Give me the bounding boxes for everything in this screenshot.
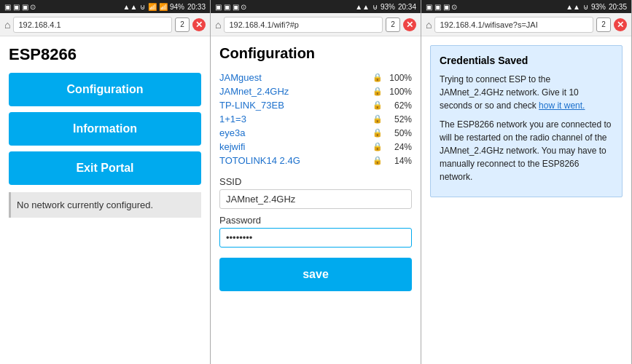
exit-portal-button[interactable]: Exit Portal: [9, 151, 201, 185]
wifi-item-0: JAMguest 🔒 100%: [219, 71, 412, 84]
wifi-link-3[interactable]: 1+1=3: [219, 114, 372, 124]
status-bar-right-3: ▲▲ ⊍ 93% 20:35: [566, 3, 627, 11]
panel1-title: ESP8266: [9, 45, 201, 64]
no-network-box: No network currently configured.: [9, 192, 201, 218]
status-bar-right-2: ▲▲ ⊍ 93% 20:34: [355, 3, 416, 11]
home-icon-2[interactable]: ⌂: [215, 19, 221, 31]
no-network-text: No network currently configured.: [17, 199, 153, 210]
battery-3: 93%: [591, 3, 606, 11]
password-input[interactable]: [219, 228, 412, 248]
lock-icon-6: 🔒: [372, 156, 383, 165]
wifi-signal-1: 100%: [386, 87, 412, 97]
save-button[interactable]: save: [219, 258, 412, 291]
close-btn-3[interactable]: ✕: [614, 18, 627, 31]
tab-count-3[interactable]: 2: [596, 17, 611, 32]
battery-1: 📶 📶 94%: [148, 3, 184, 11]
battery-2: 93%: [381, 3, 395, 11]
panel-credentials-saved: ▣ ▣ ▣ ⊙ ▲▲ ⊍ 93% 20:35 ⌂ 192.168.4.1/wif…: [421, 0, 632, 364]
wifi-link-6[interactable]: TOTOLINK14 2.4G: [219, 155, 372, 166]
wifi-icon-3: ⊍: [583, 3, 588, 11]
wifi-link-2[interactable]: TP-LINK_73EB: [219, 100, 372, 111]
wifi-item-5: kejwifi 🔒 24%: [219, 140, 412, 154]
time-1: 20:33: [187, 3, 206, 11]
status-bar-left-3: ▣ ▣ ▣ ⊙: [426, 3, 457, 11]
status-bar-1: ▣ ▣ ▣ ⊙ ▲▲ ⊍ 📶 📶 94% 20:33: [0, 0, 210, 13]
wifi-icon-2: ⊍: [372, 3, 378, 11]
close-btn-1[interactable]: ✕: [192, 18, 206, 31]
credentials-link[interactable]: how it went.: [539, 100, 585, 111]
time-2: 20:34: [398, 3, 416, 11]
lock-icon-2: 🔒: [372, 100, 383, 110]
status-icons-2: ▣ ▣ ▣ ⊙: [215, 3, 246, 11]
status-icons-1: ▣ ▣ ▣ ⊙: [4, 3, 36, 11]
password-label: Password: [219, 215, 412, 226]
wifi-link-0[interactable]: JAMguest: [219, 72, 372, 83]
ssid-input[interactable]: [219, 189, 412, 209]
home-icon-1[interactable]: ⌂: [4, 19, 10, 31]
time-3: 20:35: [609, 3, 627, 11]
url-bar-1[interactable]: 192.168.4.1: [13, 17, 172, 33]
lock-icon-3: 🔒: [372, 114, 383, 124]
panel-configuration: ▣ ▣ ▣ ⊙ ▲▲ ⊍ 93% 20:34 ⌂ 192.168.4.1/wif…: [211, 0, 421, 364]
wifi-item-6: TOTOLINK14 2.4G 🔒 14%: [219, 154, 412, 167]
lock-icon-4: 🔒: [372, 128, 383, 138]
status-bar-3: ▣ ▣ ▣ ⊙ ▲▲ ⊍ 93% 20:35: [421, 0, 631, 13]
wifi-signal-2: 62%: [386, 100, 412, 111]
wifi-signal-5: 24%: [386, 142, 412, 152]
signal-icon-2: ▲▲: [355, 3, 370, 11]
configuration-button[interactable]: Configuration: [9, 73, 201, 106]
browser-bar-2: ⌂ 192.168.4.1/wifi?#p 2 ✕: [211, 13, 421, 36]
status-bar-2: ▣ ▣ ▣ ⊙ ▲▲ ⊍ 93% 20:34: [211, 0, 421, 13]
wifi-signal-4: 50%: [386, 128, 412, 138]
panel1-content: ESP8266 Configuration Information Exit P…: [0, 36, 210, 364]
url-bar-3[interactable]: 192.168.4.1/wifisave?s=JAI: [434, 17, 593, 33]
panel3-content: Credentials Saved Trying to connect ESP …: [421, 36, 631, 364]
wifi-item-3: 1+1=3 🔒 52%: [219, 112, 412, 126]
panel-esp8266: ▣ ▣ ▣ ⊙ ▲▲ ⊍ 📶 📶 94% 20:33 ⌂ 192.168.4.1…: [0, 0, 211, 364]
wifi-item-1: JAMnet_2.4GHz 🔒 100%: [219, 84, 412, 98]
lock-icon-5: 🔒: [372, 142, 383, 151]
status-bar-left-2: ▣ ▣ ▣ ⊙: [215, 3, 246, 11]
credentials-text1: Trying to connect ESP to the JAMnet_2.4G…: [440, 73, 613, 112]
credentials-title: Credentials Saved: [440, 53, 613, 68]
status-icons-3: ▣ ▣ ▣ ⊙: [426, 3, 457, 11]
wifi-icon-1: ⊍: [140, 3, 145, 11]
browser-bar-3: ⌂ 192.168.4.1/wifisave?s=JAI 2 ✕: [421, 13, 631, 36]
wifi-link-5[interactable]: kejwifi: [219, 141, 372, 152]
wifi-link-1[interactable]: JAMnet_2.4GHz: [219, 86, 372, 97]
status-bar-left-1: ▣ ▣ ▣ ⊙: [4, 3, 36, 11]
tab-count-2[interactable]: 2: [386, 17, 400, 32]
status-bar-right-1: ▲▲ ⊍ 📶 📶 94% 20:33: [123, 3, 206, 11]
wifi-link-4[interactable]: eye3a: [219, 127, 372, 138]
ssid-label: SSID: [219, 176, 412, 187]
url-bar-2[interactable]: 192.168.4.1/wifi?#p: [224, 17, 383, 33]
panel2-content: Configuration JAMguest 🔒 100% JAMnet_2.4…: [211, 36, 421, 364]
signal-icon-3: ▲▲: [566, 3, 580, 11]
wifi-signal-6: 14%: [386, 156, 412, 166]
tab-count-1[interactable]: 2: [175, 17, 190, 32]
lock-icon-1: 🔒: [372, 87, 383, 96]
browser-bar-1: ⌂ 192.168.4.1 2 ✕: [0, 13, 210, 36]
lock-icon-0: 🔒: [372, 73, 383, 82]
home-icon-3[interactable]: ⌂: [426, 19, 432, 31]
signal-icon-1: ▲▲: [123, 3, 138, 11]
credentials-box: Credentials Saved Trying to connect ESP …: [430, 45, 623, 197]
wifi-list: JAMguest 🔒 100% JAMnet_2.4GHz 🔒 100% TP-…: [219, 71, 412, 167]
wifi-item-2: TP-LINK_73EB 🔒 62%: [219, 98, 412, 112]
wifi-signal-3: 52%: [386, 114, 412, 124]
close-btn-2[interactable]: ✕: [403, 18, 416, 31]
wifi-signal-0: 100%: [386, 73, 412, 83]
information-button[interactable]: Information: [9, 112, 201, 146]
panel2-title: Configuration: [219, 45, 412, 62]
wifi-item-4: eye3a 🔒 50%: [219, 126, 412, 140]
credentials-text2: The ESP8266 network you are connected to…: [440, 118, 613, 183]
